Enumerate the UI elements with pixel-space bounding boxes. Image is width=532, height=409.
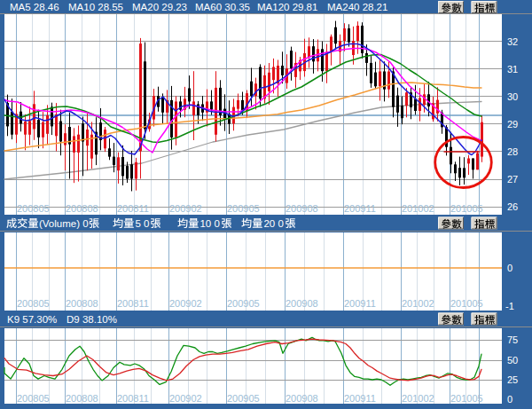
svg-text:200902: 200902 [169,203,202,214]
svg-text:201002: 201002 [402,298,434,309]
svg-text:200805: 200805 [17,393,50,404]
svg-text:200908: 200908 [286,298,318,309]
svg-text:200811: 200811 [117,393,149,404]
svg-text:200911: 200911 [344,393,376,404]
svg-text:D9 38.10%: D9 38.10% [66,314,117,325]
svg-text:20 0: 20 0 [263,218,283,229]
svg-text:50: 50 [507,355,518,366]
svg-text:(Volume) 0: (Volume) 0 [39,218,89,229]
svg-text:MA5 28.46: MA5 28.46 [10,2,59,12]
svg-text:200905: 200905 [227,298,260,309]
svg-text:201002: 201002 [402,393,434,404]
svg-text:26: 26 [507,201,518,212]
svg-text:201005: 201005 [450,298,483,309]
svg-text:5 0: 5 0 [135,218,149,229]
svg-text:MA60 30.35: MA60 30.35 [195,2,250,12]
svg-text:200908: 200908 [286,203,318,214]
svg-text:32: 32 [507,36,518,47]
svg-text:31: 31 [507,64,518,75]
svg-text:K9 57.30%: K9 57.30% [7,314,57,325]
svg-text:200905: 200905 [227,203,260,214]
svg-text:200808: 200808 [66,203,98,214]
svg-text:10 0: 10 0 [200,218,219,229]
svg-text:28: 28 [507,146,518,157]
svg-text:200911: 200911 [344,203,376,214]
svg-text:200805: 200805 [17,203,50,214]
svg-text:25: 25 [507,374,518,385]
svg-text:MA240 28.21: MA240 28.21 [327,2,387,12]
svg-text:201005: 201005 [450,393,483,404]
svg-text:200811: 200811 [117,298,149,309]
svg-text:200805: 200805 [17,298,50,309]
svg-text:200811: 200811 [117,203,149,214]
svg-text:MA10 28.55: MA10 28.55 [68,2,123,12]
svg-text:75: 75 [507,334,518,345]
svg-text:27: 27 [507,174,518,185]
svg-text:200808: 200808 [66,393,98,404]
svg-text:0: 0 [507,263,512,273]
svg-text:0: 0 [507,394,512,405]
svg-text:29: 29 [507,119,518,130]
svg-text:200902: 200902 [169,393,202,404]
svg-text:201002: 201002 [402,203,434,214]
svg-text:MA120 29.81: MA120 29.81 [257,2,317,12]
svg-text:200808: 200808 [66,298,98,309]
svg-text:200911: 200911 [344,298,376,309]
svg-text:200908: 200908 [286,393,318,404]
svg-text:200905: 200905 [227,393,260,404]
svg-text:201005: 201005 [450,203,483,214]
svg-text:30: 30 [507,91,518,102]
svg-text:200902: 200902 [169,298,202,309]
svg-text:MA20 29.23: MA20 29.23 [132,2,187,12]
svg-text:-1: -1 [505,301,514,311]
